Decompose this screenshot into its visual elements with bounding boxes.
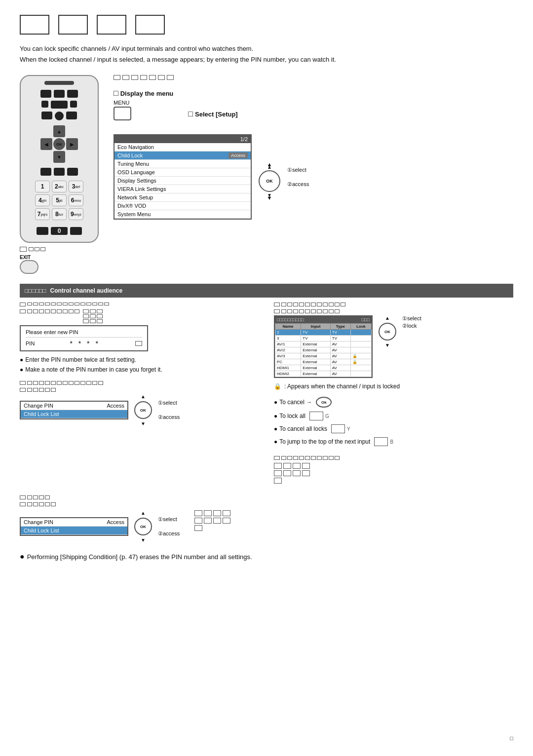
top-icons-row: [20, 15, 513, 35]
csq-row: [27, 381, 103, 385]
num-6[interactable]: 6mno: [69, 194, 83, 206]
step1-squares: [114, 75, 513, 80]
remote-numpad: 1 2abc 3def 4ghi 5jkl 6mno 7pqrs 8tuv 9w…: [35, 181, 83, 220]
change-pin-menu-left: Change PIN Access Child Lock List: [20, 401, 128, 419]
access-label-2: ②access: [158, 414, 180, 420]
rsb-3: [97, 309, 103, 313]
ok-button-2[interactable]: OK: [134, 401, 152, 419]
child-lock-list-row[interactable]: Child Lock List: [21, 410, 127, 418]
table-row[interactable]: HDMI1 External AV: [275, 365, 372, 371]
bottom-child-lock-label: Child Lock List: [24, 528, 59, 533]
setup-row-osd: OSD Language: [114, 168, 251, 177]
num-7[interactable]: 7pqrs: [35, 208, 50, 220]
change-pin-row: Change PIN Access: [21, 402, 127, 410]
dpad-right[interactable]: ▶: [66, 138, 78, 150]
cell-name: AV/3: [275, 353, 301, 359]
ph-9: [75, 309, 79, 313]
dpad-ok[interactable]: OK: [53, 138, 65, 150]
bullet-dot-lock: ●: [274, 413, 277, 419]
remote-btn-4: [41, 101, 48, 108]
setup-row-network-label: Network Setup: [117, 194, 153, 200]
remote-bottom-2: [70, 227, 82, 235]
ca-box-6: [283, 470, 291, 476]
pin-input-header: Please enter new PIN: [26, 329, 142, 338]
ca-box-row-1: [274, 463, 310, 469]
ok-button-bot[interactable]: OK: [134, 518, 152, 535]
bt-sq-row: [27, 502, 56, 506]
ph-2: [33, 309, 38, 313]
ca-box-5: [274, 470, 282, 476]
csq-11: [80, 381, 85, 385]
remote-btn-1: [40, 90, 51, 98]
setup-row-eco: Eco Navigation: [114, 143, 251, 151]
bottom-left: Change PIN Access Child Lock List ▲ OK ▼…: [20, 495, 180, 543]
num-8[interactable]: 8tuv: [52, 208, 67, 220]
table-row[interactable]: HDMI2 External AV: [275, 371, 372, 377]
table-row[interactable]: 3 TV TV: [275, 336, 372, 341]
cell-name: HDMI1: [275, 365, 301, 371]
bottom-change-pin-row[interactable]: Change PIN Access: [21, 518, 127, 527]
exit-section: EXIT: [20, 247, 99, 274]
bt-3: [39, 502, 44, 506]
ok-button[interactable]: OK: [259, 170, 280, 192]
ch-11: [341, 302, 345, 306]
step1-sq-4: [140, 75, 147, 80]
dpad-up[interactable]: ▲: [53, 125, 65, 137]
num-5[interactable]: 5jkl: [52, 194, 67, 206]
cell-name: AV/1: [275, 341, 301, 347]
cell-lock: [350, 336, 371, 341]
table-row[interactable]: AV/3 External AV 🔒: [275, 353, 372, 359]
bt-5: [51, 502, 56, 506]
remote-btn-3: [67, 90, 78, 98]
pin-star: * * * *: [70, 340, 100, 347]
bottom-sq-row: [20, 495, 180, 499]
setup-row-childlock[interactable]: Child Lock Access: [114, 151, 251, 160]
cell-type: AV: [330, 347, 350, 353]
ok-button-ch[interactable]: OK: [379, 323, 396, 340]
num-4[interactable]: 4ghi: [35, 194, 50, 206]
dpad-down[interactable]: ▼: [53, 151, 65, 163]
cl-1: [281, 309, 286, 313]
ok-cancel-btn[interactable]: Ok: [316, 397, 332, 408]
table-row[interactable]: 2 TV TV: [275, 330, 372, 336]
setup-row-childlock-access: Access: [228, 152, 248, 158]
steps-row: □ Display the menu MENU □ Select [Setup]: [114, 89, 513, 120]
jump-key-label: B: [390, 439, 393, 445]
bottom-child-lock-row[interactable]: Child Lock List: [21, 527, 127, 535]
bb-row-2: [194, 518, 230, 524]
num-2[interactable]: 2abc: [52, 181, 67, 192]
bullet-cancel-locks: ● To cancel all locks Y: [274, 424, 513, 433]
ch-1: [281, 302, 286, 306]
cell-lock: [350, 341, 371, 347]
remote-btn-5: [51, 101, 68, 109]
setup-row-system-label: System Menu: [117, 211, 151, 217]
cell-lock: [350, 365, 371, 371]
channel-table-header: □□□□□□□□□□ □□□: [275, 316, 372, 323]
top-icon-1: [20, 15, 49, 35]
exit-button[interactable]: [20, 260, 38, 274]
top-icon-4: [135, 15, 165, 35]
table-row[interactable]: AV/2 External AV: [275, 347, 372, 353]
remote-zero[interactable]: 0: [51, 227, 68, 235]
ph-5: [51, 309, 56, 313]
cell-lock: [350, 371, 371, 377]
table-row[interactable]: AV/1 External AV: [275, 341, 372, 347]
num-9[interactable]: 9wxyz: [69, 208, 83, 220]
change-pin-label: Change PIN: [24, 403, 53, 409]
channel-select-access: ①select ②lock: [402, 315, 421, 329]
nav-up-bot: ▲: [141, 510, 146, 516]
cell-input: External: [301, 347, 331, 353]
menu-key-button[interactable]: [114, 107, 131, 120]
num-1[interactable]: 1: [35, 181, 50, 192]
exit-sq-c: [40, 247, 45, 251]
ch-6: [311, 302, 316, 306]
cell-type: AV: [330, 353, 350, 359]
change-sq-header: [20, 381, 259, 385]
table-row[interactable]: PC External AV 🔒: [275, 359, 372, 365]
ca-7: [317, 456, 322, 460]
lock-icon: 🔒: [274, 383, 281, 390]
dpad-left[interactable]: ◀: [40, 138, 52, 150]
num-3[interactable]: 3def: [69, 181, 83, 192]
ca-5: [305, 456, 310, 460]
cat-5: [51, 388, 56, 392]
